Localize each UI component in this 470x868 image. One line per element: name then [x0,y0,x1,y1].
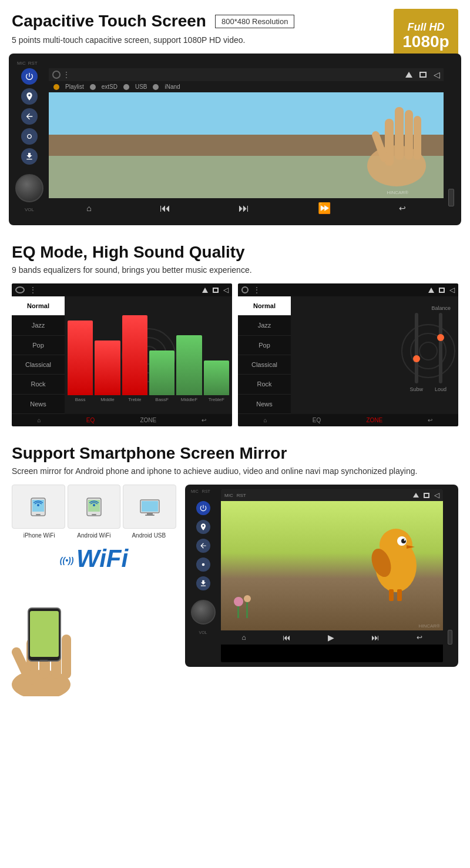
section-touch: Capacitive Touch Screen 800*480 Resoluti… [0,0,470,231]
svg-rect-3 [405,110,413,160]
playlist-tab[interactable]: Playlist [65,84,84,90]
wifi-text: WiFi [76,545,128,572]
phone-hand-area [12,579,176,696]
eq-screen-right: ⋮ ◁ Normal Jazz Pop Classical Rock News [238,283,458,426]
svg-point-9 [402,325,455,378]
eq-preset-normal-r[interactable]: Normal [238,296,291,316]
eq-preset-rock[interactable]: Rock [12,375,65,394]
eq-preset-jazz[interactable]: Jazz [12,316,65,335]
eq-preset-normal[interactable]: Normal [12,296,65,316]
mic-label: MIC [17,61,26,66]
eq-bar-treble-label: Treble [128,397,141,402]
eq-preset-news[interactable]: News [12,395,65,414]
eq-preset-news-r[interactable]: News [238,395,291,414]
eq-btn[interactable]: EQ [86,417,95,423]
eq-circle-icon [15,286,25,293]
eq-bar-middlef-fill [176,335,202,395]
wifi-signal-icon: ((•)) [60,556,74,565]
mirror-layout: iPhone WiFi Android WiFi Android USB ((•… [12,485,458,696]
usb-tab[interactable]: USB [135,84,147,90]
eq-preset-rock-r[interactable]: Rock [238,375,291,394]
touch-header: Capacitive Touch Screen 800*480 Resoluti… [12,12,458,31]
car2-controls: ⌂ ⏮ ▶ ⏭ ↩ [221,630,443,645]
flower-deco [227,590,262,622]
eq-dots-icon: ⋮ [29,286,36,294]
car2-home-icon[interactable]: ⌂ [241,633,246,642]
loud-label: Loud [435,386,446,392]
svg-rect-31 [30,611,59,657]
vol-label: VOL [25,207,34,212]
eq-preset-classical-r[interactable]: Classical [238,355,291,375]
eq-back-right: ◁ [449,286,455,294]
svg-point-42 [234,597,243,606]
eq-preset-pop-r[interactable]: Pop [238,336,291,355]
car2-nav-btn[interactable] [196,520,210,534]
eq-preset-jazz-r[interactable]: Jazz [238,316,291,335]
nav-btn[interactable] [21,88,38,105]
back-btn[interactable] [21,108,38,125]
back-bottom-icon[interactable]: ↩ [202,417,206,423]
home-icon[interactable]: ⌂ [86,203,91,213]
android-usb-icon-box [123,485,176,529]
svg-point-38 [404,539,406,541]
car2-bright-btn[interactable] [196,557,210,572]
eq-topbar-right: ⋮ ◁ [238,283,458,296]
eq-bar-middlef: MiddleF [176,302,202,402]
mirror-icons-row [12,485,176,529]
svg-rect-41 [397,589,402,601]
car2-vol-knob[interactable] [191,600,216,625]
next-btn[interactable]: ⏩ [318,202,331,215]
home-bottom-icon[interactable]: ⌂ [38,417,41,423]
car2-rst-label: RST [237,493,246,498]
car2-next-btn[interactable]: ⏭ [371,633,380,642]
car2-back-btn[interactable] [196,539,210,553]
zone-btn[interactable]: ZONE [140,417,156,423]
brightness-btn[interactable] [21,128,38,145]
watermark: HINCAR® [387,190,408,195]
eq-preset-classical[interactable]: Classical [12,355,65,375]
home-bottom-right-icon[interactable]: ⌂ [264,417,267,423]
eq-circle-right [241,286,249,293]
eq-content-left: Normal Jazz Pop Classical Rock News [12,296,232,414]
return-icon[interactable]: ↩ [399,203,406,213]
car2-vol-label: VOL [199,630,207,635]
eq-preset-pop[interactable]: Pop [12,336,65,355]
car2-top-icons: ◁ [413,491,439,499]
play-btn[interactable]: ⏭ [239,202,249,215]
extsd-tab[interactable]: extSD [102,84,118,90]
wifi-logo-area: ((•)) WiFi [12,545,176,573]
media-tabs: Playlist extSD USB iNand [49,81,444,92]
android-wifi-label: Android WiFi [66,532,121,539]
eq-topbar-left: ⋮ ◁ [12,283,232,296]
mirror-title: Support Smartphone Screen Mirror [12,444,458,463]
video-placeholder: HINCAR® [49,92,444,198]
eject-btn[interactable] [21,148,38,165]
svg-rect-4 [414,116,421,160]
volume-knob[interactable] [15,174,43,202]
car2-eject-btn[interactable] [196,576,210,590]
car2-prev-btn[interactable]: ⏮ [283,633,291,642]
car2-power-btn[interactable] [196,501,210,515]
car2-play-btn[interactable]: ▶ [328,633,334,642]
eq-tri-right [428,288,434,293]
eq-sq-right [439,288,445,293]
loud-track[interactable] [439,313,442,383]
eq-btn-right[interactable]: EQ [313,417,321,423]
car2-sq-icon [424,493,429,498]
eq-title: EQ Mode, High Sound Quality [12,243,458,262]
zone-btn-right[interactable]: ZONE [366,417,382,423]
subw-track[interactable] [415,313,418,383]
power-btn[interactable] [21,68,38,85]
back-bottom-right-icon[interactable]: ↩ [428,417,432,423]
car2-tri-icon [413,493,419,498]
car2-return-icon[interactable]: ↩ [417,633,422,642]
screen-topbar: ⋮ ◁ [49,68,444,81]
svg-rect-40 [389,589,394,601]
inand-tab[interactable]: iNand [164,84,180,90]
eq-content-right: Normal Jazz Pop Classical Rock News Bala… [238,296,458,414]
eq-bars-area: Bass Middle Treble BassF [65,296,232,414]
prev-btn[interactable]: ⏮ [160,202,170,215]
car-unit-touch: MIC RST [9,54,461,225]
section-eq: EQ Mode, High Sound Quality 9 bands equa… [0,231,470,432]
car2-topbar: MIC RST ◁ [221,489,443,501]
